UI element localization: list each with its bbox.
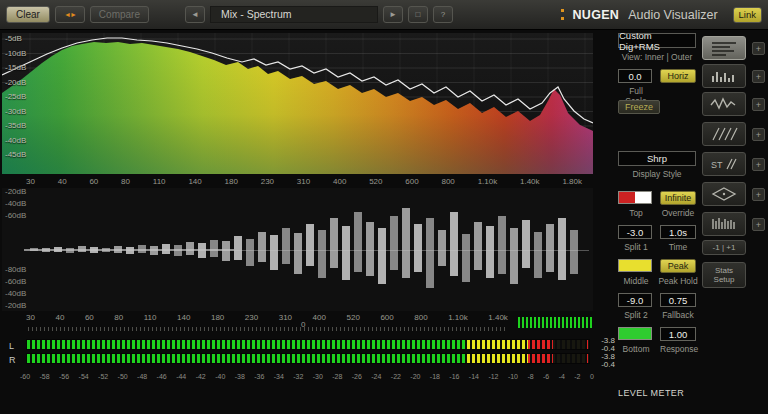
diff-bar xyxy=(186,242,194,255)
bottom-color-swatch[interactable] xyxy=(618,327,652,340)
add-view-vectorscope-button[interactable]: + xyxy=(752,188,765,201)
meter-scale-label: -4 xyxy=(559,373,565,380)
freq-label: 180 xyxy=(211,313,224,322)
freq-label: 140 xyxy=(188,177,201,186)
tick-ruler xyxy=(28,327,506,331)
preset-selector[interactable]: Mix - Spectrum xyxy=(210,6,378,23)
view-lines-button[interactable] xyxy=(702,36,746,60)
override-button[interactable]: Infinite xyxy=(660,191,696,205)
diff-bar xyxy=(390,216,398,270)
meter-scale-label: 0 xyxy=(590,373,594,380)
full-scale-value[interactable]: 0.0 xyxy=(618,69,652,83)
freq-label: 400 xyxy=(313,313,326,322)
level-meter-title: LEVEL METER xyxy=(618,388,684,398)
lines-icon xyxy=(709,40,739,56)
freeze-button[interactable]: Freeze xyxy=(618,100,660,114)
diff-bar xyxy=(426,218,434,288)
db-label: -10dB xyxy=(5,50,26,58)
split2-value[interactable]: -9.0 xyxy=(618,293,652,307)
meter-track-left xyxy=(26,339,590,350)
db-label: -15dB xyxy=(5,64,26,72)
spectrum-svg xyxy=(2,33,593,174)
horiz-button[interactable]: Horiz xyxy=(660,69,696,83)
channel-offset-button[interactable]: -1 | +1 xyxy=(702,240,746,255)
stereo-icon: ST xyxy=(709,156,739,172)
view-histogram-button[interactable] xyxy=(702,64,746,88)
meter-scale-label: -12 xyxy=(488,373,498,380)
freq-label: 80 xyxy=(114,313,123,322)
link-button[interactable]: Link xyxy=(733,7,762,23)
view-mode-label[interactable]: View: Inner | Outer xyxy=(618,52,696,62)
meter-scale-label: -16 xyxy=(449,373,459,380)
meter-scale-label: -32 xyxy=(293,373,303,380)
meter-scale-label: -22 xyxy=(391,373,401,380)
fallback-label: Fallback xyxy=(660,310,696,320)
meter-mode-select[interactable]: Custom Dig+RMS xyxy=(618,33,696,48)
fallback-value[interactable]: 0.75 xyxy=(660,293,696,307)
freq-label: 40 xyxy=(55,313,64,322)
compare-button[interactable]: Compare xyxy=(90,6,149,23)
time-value[interactable]: 1.0s xyxy=(660,225,696,239)
help-button[interactable]: ? xyxy=(433,6,453,23)
diff-bar xyxy=(234,236,242,260)
hatch-icon xyxy=(709,126,739,142)
freq-label: 600 xyxy=(380,313,393,322)
freq-label: 30 xyxy=(26,313,35,322)
view-waveform-button[interactable] xyxy=(702,92,746,116)
aux-meter-bar xyxy=(518,317,594,328)
visualizer-window: Clear ◄► Compare ◄ Mix - Spectrum ► □ ? … xyxy=(0,0,768,414)
db-label: -80dB xyxy=(5,266,26,274)
diff-bar xyxy=(570,230,578,274)
middle-color-swatch[interactable] xyxy=(618,259,652,272)
peak-button[interactable]: Peak xyxy=(660,259,696,273)
view-stereo-button[interactable]: ST xyxy=(702,152,746,176)
view-vectorscope-button[interactable] xyxy=(702,182,746,206)
diff-bar xyxy=(246,239,254,266)
diff-bar xyxy=(126,247,134,254)
add-view-stereo-button[interactable]: + xyxy=(752,158,765,171)
diff-bar xyxy=(258,232,266,262)
meter-scale-label: -46 xyxy=(157,373,167,380)
diff-bar xyxy=(462,234,470,282)
clear-button[interactable]: Clear xyxy=(6,6,50,23)
diff-bar xyxy=(330,218,338,268)
add-view-histogram-button[interactable]: + xyxy=(752,70,765,83)
display-style-select[interactable]: Shrp xyxy=(618,151,696,166)
add-view-waveform-button[interactable]: + xyxy=(752,98,765,111)
add-view-lines-button[interactable]: + xyxy=(752,42,765,55)
top-color-swatch[interactable] xyxy=(618,191,652,204)
freq-label: 30 xyxy=(26,177,35,186)
split1-value[interactable]: -3.0 xyxy=(618,225,652,239)
diff-freq-axis: 304060801101401802303104005206008001.10k… xyxy=(26,313,508,322)
diff-bar xyxy=(378,228,386,284)
view-hatch-button[interactable] xyxy=(702,122,746,146)
meter-scale-label: -10 xyxy=(508,373,518,380)
meter-scale-label: -52 xyxy=(98,373,108,380)
waveform-icon xyxy=(709,96,739,112)
diff-bar xyxy=(510,228,518,284)
stats-setup-button[interactable]: Stats Setup xyxy=(702,262,746,288)
preset-next-button[interactable]: ► xyxy=(383,6,403,23)
freq-label: 800 xyxy=(414,313,427,322)
db-label: -25dB xyxy=(5,93,26,101)
meter-scale-label: -2 xyxy=(574,373,580,380)
db-label: -60dB xyxy=(5,212,26,220)
display-menu-button[interactable]: □ xyxy=(408,6,428,23)
add-view-bars-button[interactable]: + xyxy=(752,218,765,231)
freq-label: 600 xyxy=(405,177,418,186)
swap-button[interactable]: ◄► xyxy=(55,6,85,23)
response-value[interactable]: 1.00 xyxy=(660,327,696,341)
view-bars-button[interactable] xyxy=(702,212,746,236)
left-right-arrows-icon: ◄► xyxy=(64,11,76,18)
meter-scale-label: -26 xyxy=(352,373,362,380)
diff-display: -20dB-40dB-60dB-80dB-60dB-40dB-20dB xyxy=(2,188,593,311)
meter-scale: -60-58-56-54-52-50-48-46-44-42-40-38-36-… xyxy=(20,373,594,380)
diff-bar xyxy=(42,248,50,252)
meter-track-right xyxy=(26,353,590,364)
meter-readouts: -3.8-0.4-3.8-0.4 xyxy=(594,337,615,369)
preset-prev-button[interactable]: ◄ xyxy=(185,6,205,23)
diff-bar xyxy=(138,245,146,253)
add-view-hatch-button[interactable]: + xyxy=(752,128,765,141)
diff-bar xyxy=(66,248,74,253)
brand-suffix: Audio Visualizer xyxy=(628,8,717,22)
